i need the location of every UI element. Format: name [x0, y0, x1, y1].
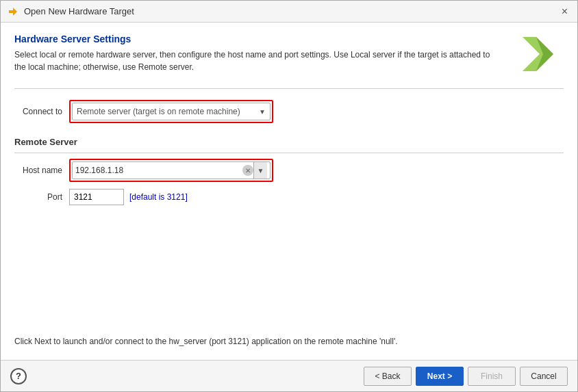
- port-label: Port: [14, 192, 69, 202]
- cancel-button[interactable]: Cancel: [520, 367, 568, 386]
- description-text: Select local or remote hardware server, …: [14, 49, 494, 73]
- host-name-label: Host name: [14, 166, 69, 175]
- connect-to-value: Remote server (target is on remote machi…: [77, 107, 256, 116]
- host-input-container: ✕ ▼: [72, 161, 271, 179]
- remote-server-divider: [14, 153, 564, 153]
- app-icon: [8, 6, 18, 17]
- port-input[interactable]: [69, 189, 124, 205]
- host-name-label-text: Host name: [23, 166, 62, 175]
- header-section: Hardware Server Settings Select local or…: [14, 34, 564, 75]
- port-hint: [default is 3121]: [129, 192, 188, 202]
- host-name-input[interactable]: [75, 166, 242, 175]
- title-bar-left: Open New Hardware Target: [8, 6, 134, 17]
- bottom-bar: ? < Back Next > Finish Cancel: [1, 360, 577, 391]
- svg-marker-0: [9, 8, 17, 16]
- remote-server-heading: Remote Server: [14, 137, 564, 147]
- connect-to-label-text: Connect to: [23, 107, 62, 116]
- port-label-text: Port: [47, 192, 62, 202]
- status-text: Click Next to launch and/or connect to t…: [14, 337, 398, 346]
- bottom-left: ?: [10, 368, 27, 384]
- next-button[interactable]: Next >: [416, 367, 464, 386]
- host-input-highlight: ✕ ▼: [69, 159, 273, 182]
- dialog-title: Open New Hardware Target: [24, 6, 134, 16]
- dialog-window: Open New Hardware Target × Hardware Serv…: [0, 0, 578, 392]
- connect-to-arrow-icon: ▼: [259, 108, 266, 116]
- connect-to-row: Connect to Remote server (target is on r…: [14, 100, 564, 123]
- host-dropdown-button[interactable]: ▼: [253, 162, 267, 179]
- svg-marker-2: [536, 37, 553, 71]
- help-button[interactable]: ?: [10, 368, 27, 384]
- header-text: Hardware Server Settings Select local or…: [14, 34, 509, 73]
- host-name-row: Host name ✕ ▼: [14, 159, 564, 182]
- remote-server-section: Remote Server Host name ✕ ▼ Port: [14, 130, 564, 212]
- section-title: Hardware Server Settings: [14, 34, 509, 44]
- connect-to-section: Connect to Remote server (target is on r…: [14, 100, 564, 130]
- connect-to-highlight: Remote server (target is on remote machi…: [69, 100, 273, 123]
- connect-to-select[interactable]: Remote server (target is on remote machi…: [72, 103, 271, 120]
- dialog-content: Hardware Server Settings Select local or…: [1, 23, 577, 360]
- close-button[interactable]: ×: [559, 5, 570, 18]
- finish-button: Finish: [468, 367, 516, 386]
- xilinx-logo: [516, 34, 564, 75]
- header-divider: [14, 88, 564, 89]
- title-bar: Open New Hardware Target ×: [1, 1, 577, 23]
- connect-to-label: Connect to: [14, 107, 69, 116]
- status-section: Click Next to launch and/or connect to t…: [14, 212, 564, 353]
- bottom-right: < Back Next > Finish Cancel: [364, 367, 568, 386]
- back-button[interactable]: < Back: [364, 367, 412, 386]
- port-row: Port [default is 3121]: [14, 189, 564, 205]
- clear-host-button[interactable]: ✕: [242, 165, 253, 176]
